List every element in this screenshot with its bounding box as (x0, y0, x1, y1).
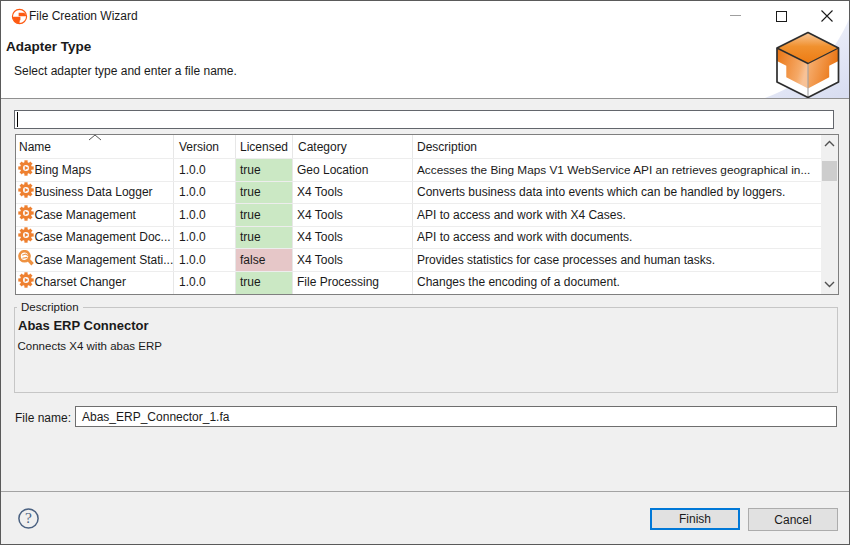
svg-text:?: ? (25, 509, 32, 526)
